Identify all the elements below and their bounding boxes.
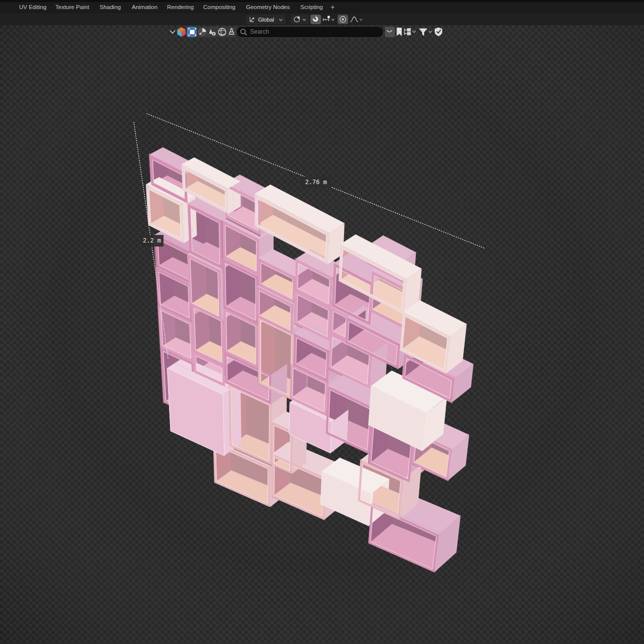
svg-text:Global: Global bbox=[258, 17, 274, 23]
svg-text:2.2 m: 2.2 m bbox=[143, 237, 161, 245]
svg-text:Search: Search bbox=[250, 28, 269, 35]
svg-text:2.76 m: 2.76 m bbox=[305, 179, 327, 186]
